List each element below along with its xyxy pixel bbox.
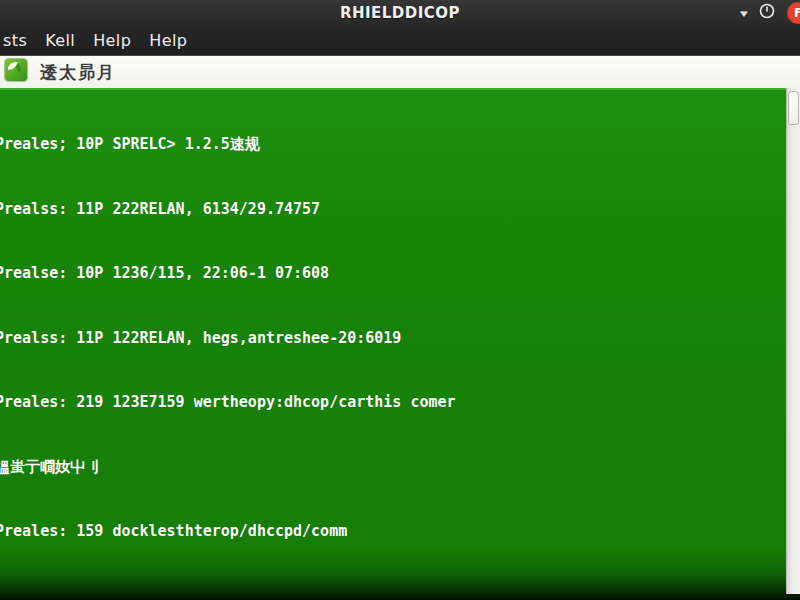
toolbar: 逶太昴月 bbox=[0, 55, 800, 88]
menu-item-sts[interactable]: sts bbox=[0, 31, 36, 50]
menubar: sts Kell Help Help bbox=[0, 26, 800, 55]
terminal-line: Preales: 159 docklesthterop/dhccpd/comm bbox=[0, 521, 456, 543]
chevron-down-icon[interactable]: ▾ bbox=[740, 8, 748, 19]
titlebar-icons: ▾ F bbox=[741, 0, 800, 26]
terminal-line: 榲蚩亍㗴奻屮刂 bbox=[0, 457, 456, 479]
clock-icon-svg bbox=[759, 3, 775, 19]
app-icon-svg bbox=[4, 58, 28, 82]
clock-icon[interactable] bbox=[759, 3, 775, 23]
terminal-output[interactable]: Preales; 10P SPRELC> 1.2.5速规 Prealss: 11… bbox=[0, 88, 786, 600]
app-icon[interactable] bbox=[0, 58, 28, 86]
vertical-scrollbar[interactable] bbox=[786, 88, 800, 600]
menu-item-help-2[interactable]: Help bbox=[140, 31, 196, 50]
terminal-line: Preales; 10P SPRELC> 1.2.5速规 bbox=[0, 134, 456, 156]
scrollbar-thumb[interactable] bbox=[788, 91, 799, 125]
menu-item-help-1[interactable]: Help bbox=[84, 31, 140, 50]
notification-badge-label: F bbox=[794, 6, 800, 20]
notification-badge[interactable]: F bbox=[787, 2, 800, 24]
window-title: RHIELDDICOP bbox=[340, 4, 460, 22]
toolbar-label: 逶太昴月 bbox=[40, 61, 116, 84]
terminal-lines: Preales; 10P SPRELC> 1.2.5速规 Prealss: 11… bbox=[0, 91, 456, 586]
terminal-line: Prealss: 11P 222RELAN, 6134/29.74757 bbox=[0, 199, 456, 221]
menu-item-kell[interactable]: Kell bbox=[36, 31, 84, 50]
terminal-line: Preales: 219 123E7159 wertheopy:dhcop/ca… bbox=[0, 392, 456, 414]
terminal-line: Prealss: 11P 122RELAN, hegs,antreshee-20… bbox=[0, 328, 456, 350]
titlebar: RHIELDDICOP ▾ F bbox=[0, 0, 800, 26]
bottom-edge bbox=[0, 594, 800, 600]
terminal-line: Prealse: 10P 1236/115, 22:06-1 07:608 bbox=[0, 263, 456, 285]
